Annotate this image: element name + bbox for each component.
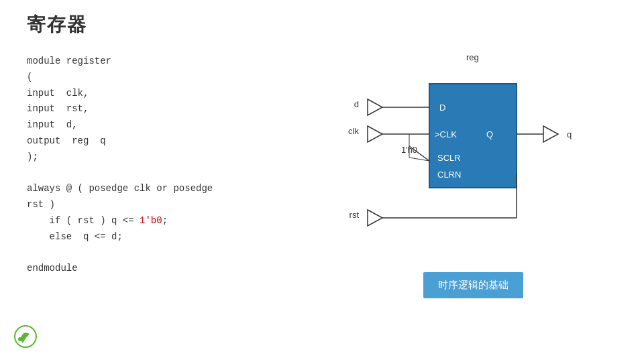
CLK-label: >CLK (435, 129, 457, 139)
code-line-5: input d, (27, 117, 213, 133)
code-line-8 (27, 166, 213, 182)
clk-buffer (368, 126, 382, 142)
code-line-2: ( (27, 70, 213, 86)
D-label: D (439, 103, 445, 113)
q-signal-label: q (567, 129, 572, 139)
code-line-12: else q <= d; (27, 229, 213, 245)
page-title: 寄存器 (0, 0, 644, 44)
code-line-14: endmodule (27, 261, 213, 277)
q-buffer (543, 126, 558, 142)
rst-buffer (368, 210, 382, 226)
reg-label: reg (466, 52, 479, 62)
code-line-6: output reg q (27, 133, 213, 149)
CLRN-label: CLRN (437, 170, 461, 180)
logo-icon (13, 324, 38, 349)
code-line-1: module register (27, 54, 213, 70)
badge: 时序逻辑的基础 (423, 272, 523, 298)
code-line-9: always @ ( posedge clk or posedge (27, 181, 213, 197)
d-signal-label: d (354, 99, 359, 109)
Q-label: Q (486, 129, 493, 139)
d-buffer (368, 99, 382, 115)
svg-point-4 (18, 337, 22, 341)
code-line-13 (27, 245, 213, 261)
code-line-10: rst ) (27, 197, 213, 213)
circuit-diagram: reg D >CLK Q SCLR CLRN d clk 1'h0 rst (335, 47, 604, 261)
code-line-3: input clk, (27, 86, 213, 102)
code-line-11: if ( rst ) q <= 1'b0; (27, 213, 213, 229)
rst-signal-label: rst (350, 210, 360, 220)
code-line-4: input rst, (27, 101, 213, 117)
code-line-7: ); (27, 149, 213, 166)
code-block: module register ( input clk, input rst, … (27, 54, 213, 277)
clk-signal-label: clk (348, 126, 359, 136)
SCLR-label: SCLR (437, 153, 461, 163)
